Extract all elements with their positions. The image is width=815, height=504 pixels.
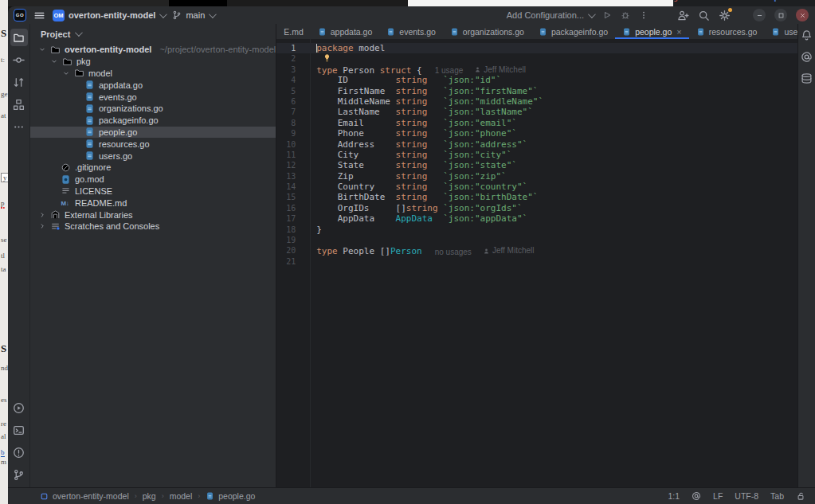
toolwindow-problems-icon[interactable] bbox=[10, 443, 28, 461]
tab-close-icon[interactable]: × bbox=[676, 27, 681, 37]
minimize-button[interactable] bbox=[753, 9, 766, 21]
code-editor[interactable]: 1package model23type Person struct {1 us… bbox=[276, 39, 797, 487]
tab-appdata.go[interactable]: appdata.go bbox=[311, 24, 380, 39]
code-line-3[interactable]: 3type Person struct {1 usageJeff Mitchel… bbox=[276, 64, 797, 75]
more-actions-kebab-icon[interactable] bbox=[639, 10, 648, 20]
line-number[interactable]: 3 bbox=[276, 64, 305, 75]
project-widget[interactable]: OM overton-entity-model bbox=[53, 10, 165, 21]
line-number[interactable]: 1 bbox=[276, 43, 305, 53]
code-line-14[interactable]: 14 Country string `json:"country"` bbox=[276, 182, 797, 192]
code-line-8[interactable]: 8 Email string `json:"email"` bbox=[276, 118, 797, 128]
code-line-17[interactable]: 17 AppData AppData `json:"appData"` bbox=[276, 213, 797, 224]
line-number[interactable]: 20 bbox=[276, 245, 305, 256]
tree-item-resources.go[interactable]: resources.go bbox=[30, 138, 276, 150]
tree-item-pkg[interactable]: pkg bbox=[30, 56, 276, 68]
chevron-right-icon[interactable] bbox=[38, 211, 46, 219]
breadcrumb-overton-entity-model[interactable]: overton-entity-model bbox=[40, 491, 129, 501]
line-number[interactable]: 19 bbox=[276, 235, 305, 245]
code-line-20[interactable]: 20type People []Personno usagesJeff Mitc… bbox=[276, 245, 797, 256]
usages-inlay-hint[interactable]: 1 usage bbox=[435, 66, 464, 75]
code-line-15[interactable]: 15 BirthDate string `json:"birthDate"` bbox=[276, 192, 797, 202]
line-number[interactable]: 8 bbox=[276, 118, 305, 128]
tree-item-packageinfo.go[interactable]: packageinfo.go bbox=[30, 115, 276, 127]
tree-item-External Libraries[interactable]: External Libraries bbox=[30, 209, 276, 221]
toolwindow-git-icon[interactable] bbox=[10, 466, 28, 483]
line-number[interactable]: 18 bbox=[276, 225, 305, 235]
settings-gear-icon[interactable] bbox=[719, 10, 731, 21]
close-button[interactable] bbox=[796, 9, 809, 21]
code-line-10[interactable]: 10 Address string `json:"address"` bbox=[276, 139, 797, 150]
breadcrumb-pkg[interactable]: pkg bbox=[143, 491, 156, 501]
line-number[interactable]: 7 bbox=[276, 107, 305, 117]
line-number[interactable]: 12 bbox=[276, 160, 305, 170]
code-line-2[interactable]: 2 bbox=[276, 53, 797, 64]
toolwindow-more-icon[interactable] bbox=[10, 118, 28, 135]
at-icon[interactable] bbox=[801, 51, 813, 63]
code-author-inlay[interactable]: Jeff Mitchell bbox=[483, 245, 535, 256]
tree-item-appdata.go[interactable]: appdata.go bbox=[30, 79, 276, 91]
usages-inlay-hint[interactable]: no usages bbox=[435, 248, 472, 256]
line-number[interactable]: 4 bbox=[276, 75, 305, 85]
tab-packageinfo.go[interactable]: packageinfo.go bbox=[531, 24, 615, 39]
tree-item-model[interactable]: model bbox=[30, 68, 276, 80]
line-number[interactable]: 15 bbox=[276, 192, 305, 202]
code-with-me-icon[interactable] bbox=[677, 10, 689, 21]
debug-button[interactable] bbox=[621, 10, 630, 20]
maximize-button[interactable] bbox=[774, 9, 787, 21]
bell-icon[interactable] bbox=[801, 29, 813, 41]
chevron-right-icon[interactable] bbox=[38, 222, 46, 230]
breadcrumb-model[interactable]: model bbox=[170, 491, 193, 501]
project-panel-header[interactable]: Project bbox=[30, 24, 276, 44]
code-line-4[interactable]: 4 ID string `json:"id"` bbox=[276, 75, 797, 85]
tree-item-events.go[interactable]: events.go bbox=[30, 91, 276, 103]
branch-widget[interactable]: main bbox=[172, 10, 214, 20]
main-menu-hamburger-icon[interactable] bbox=[33, 10, 45, 21]
breadcrumb-people.go[interactable]: people.go bbox=[206, 491, 255, 501]
toolwindow-terminal-icon[interactable] bbox=[10, 421, 28, 439]
tree-item-users.go[interactable]: users.go bbox=[30, 150, 276, 162]
toolwindow-commit-icon[interactable] bbox=[10, 51, 28, 68]
tab-resources.go[interactable]: resources.go bbox=[689, 24, 765, 39]
caret-position[interactable]: 1:1 bbox=[668, 491, 680, 501]
ai-assistant-status-icon[interactable] bbox=[692, 491, 701, 501]
tree-item-people.go[interactable]: people.go bbox=[30, 127, 276, 139]
code-author-inlay[interactable]: Jeff Mitchell bbox=[474, 64, 526, 75]
chevron-down-icon[interactable] bbox=[50, 57, 58, 65]
line-number[interactable]: 10 bbox=[276, 139, 305, 150]
tab-people.go[interactable]: people.go× bbox=[615, 24, 689, 39]
encoding-indicator[interactable]: UTF-8 bbox=[735, 491, 758, 501]
lock-open-icon[interactable] bbox=[796, 491, 805, 501]
code-line-18[interactable]: 18} bbox=[276, 225, 797, 235]
tree-item-organizations.go[interactable]: organizations.go bbox=[30, 103, 276, 115]
search-everywhere-icon[interactable] bbox=[698, 10, 710, 21]
run-configuration-selector[interactable]: Add Configuration... bbox=[507, 10, 594, 20]
code-line-5[interactable]: 5 FirstName string `json:"firstName"` bbox=[276, 86, 797, 96]
toolwindow-project-icon[interactable] bbox=[10, 29, 28, 46]
tree-item-.gitignore[interactable]: .gitignore bbox=[30, 162, 276, 174]
toolwindow-pull-requests-icon[interactable] bbox=[10, 73, 28, 91]
code-line-9[interactable]: 9 Phone string `json:"phone"` bbox=[276, 128, 797, 139]
line-number[interactable]: 5 bbox=[276, 86, 305, 96]
code-line-16[interactable]: 16 OrgIDs []string `json:"orgIds"` bbox=[276, 203, 797, 213]
tab-E.md[interactable]: E.md bbox=[276, 24, 311, 39]
line-number[interactable]: 11 bbox=[276, 150, 305, 160]
chevron-down-icon[interactable] bbox=[62, 69, 70, 77]
app-logo-icon[interactable]: GO bbox=[14, 9, 26, 21]
intention-bulb-icon[interactable] bbox=[323, 53, 331, 63]
line-number[interactable]: 13 bbox=[276, 171, 305, 182]
line-number[interactable]: 2 bbox=[276, 53, 305, 64]
chevron-down-icon[interactable] bbox=[38, 45, 46, 53]
code-line-19[interactable]: 19 bbox=[276, 235, 797, 245]
toolwindow-run-icon[interactable] bbox=[10, 399, 28, 416]
code-line-13[interactable]: 13 Zip string `json:"zip"` bbox=[276, 171, 797, 182]
tree-item-README.md[interactable]: M↓README.md bbox=[30, 197, 276, 209]
line-number[interactable]: 21 bbox=[276, 256, 305, 267]
toolwindow-structure-icon[interactable] bbox=[10, 96, 28, 113]
code-line-12[interactable]: 12 State string `json:"state"` bbox=[276, 160, 797, 170]
tree-item-overton-entity-model[interactable]: overton-entity-model~/project/overton-en… bbox=[30, 44, 276, 56]
line-number[interactable]: 17 bbox=[276, 213, 305, 224]
line-number[interactable]: 14 bbox=[276, 182, 305, 192]
database-icon[interactable] bbox=[801, 72, 813, 84]
tab-organizations.go[interactable]: organizations.go bbox=[443, 24, 531, 39]
code-line-11[interactable]: 11 City string `json:"city"` bbox=[276, 150, 797, 160]
